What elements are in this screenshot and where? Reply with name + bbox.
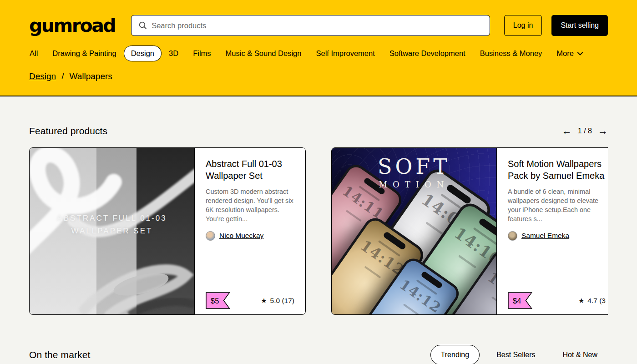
main-content: Featured products ← 1 / 8 → bbox=[0, 126, 637, 364]
featured-carousel: ABSTRACT FULL 01-03 WALLPAPER SET Abstra… bbox=[29, 147, 608, 315]
star-icon: ★ bbox=[261, 297, 267, 304]
market-section-header: On the market Trending Best Sellers Hot … bbox=[29, 345, 608, 364]
breadcrumb: Design / Wallpapers bbox=[29, 71, 608, 96]
nav-item-drawing-painting[interactable]: Drawing & Painting bbox=[45, 46, 123, 61]
product-card-body: Abstract Full 01-03 Wallpaper Set Custom… bbox=[195, 148, 305, 314]
nav-item-all[interactable]: All bbox=[22, 46, 45, 61]
nav-item-self-improvement[interactable]: Self Improvement bbox=[308, 46, 382, 61]
rating-value: 5.0 (17) bbox=[270, 297, 294, 305]
phone-widget-bar bbox=[364, 266, 381, 278]
phone-notch bbox=[478, 217, 497, 238]
product-rating: ★ 5.0 (17) bbox=[261, 297, 294, 305]
site-header: gumroad Log in Start selling All Drawing… bbox=[0, 0, 637, 96]
rating-value: 4.7 (3 bbox=[587, 297, 606, 305]
product-rating: ★ 4.7 (3 bbox=[578, 297, 606, 305]
carousel-next-button[interactable]: → bbox=[598, 126, 608, 136]
price-label: $5 bbox=[211, 297, 219, 305]
breadcrumb-link-design[interactable]: Design bbox=[29, 71, 56, 81]
soft-motion-artwork-title: SOFT MOTION bbox=[332, 155, 496, 189]
product-artwork-abstract: ABSTRACT FULL 01-03 WALLPAPER SET bbox=[30, 148, 195, 314]
product-card-soft-motion[interactable]: SOFT MOTION 14:11 bbox=[331, 147, 608, 315]
more-label: More bbox=[556, 49, 574, 58]
product-card-body: Soft Motion Wallpapers Pack by Samuel Em… bbox=[497, 148, 608, 314]
author-row: Nico Mueckay bbox=[206, 231, 294, 241]
product-card-footer: $4 ★ 4.7 (3 bbox=[508, 292, 606, 309]
start-selling-button[interactable]: Start selling bbox=[551, 15, 608, 36]
carousel-controls: ← 1 / 8 → bbox=[562, 126, 608, 136]
login-button[interactable]: Log in bbox=[504, 15, 542, 36]
author-link[interactable]: Samuel Emeka bbox=[521, 232, 569, 240]
search-input[interactable] bbox=[152, 21, 482, 30]
market-heading: On the market bbox=[29, 349, 90, 360]
artwork-title-line1: SOFT bbox=[332, 155, 496, 178]
artwork-caption: ABSTRACT FULL 01-03 WALLPAPER SET bbox=[30, 212, 194, 237]
artwork-caption-line2: WALLPAPER SET bbox=[30, 224, 194, 237]
star-icon: ★ bbox=[578, 297, 584, 304]
carousel-track: ABSTRACT FULL 01-03 WALLPAPER SET Abstra… bbox=[29, 147, 608, 315]
phone-widget-bar bbox=[425, 222, 444, 235]
chevron-down-icon bbox=[577, 52, 583, 56]
search-bar[interactable] bbox=[131, 15, 490, 36]
nav-item-design[interactable]: Design bbox=[124, 46, 162, 61]
product-artwork-soft-motion: SOFT MOTION 14:11 bbox=[332, 148, 497, 314]
author-link[interactable]: Nico Mueckay bbox=[219, 232, 263, 240]
artwork-caption-line1: ABSTRACT FULL 01-03 bbox=[30, 212, 194, 224]
tab-hot-new[interactable]: Hot & New bbox=[552, 345, 608, 364]
tab-best-sellers[interactable]: Best Sellers bbox=[486, 345, 546, 364]
featured-section-header: Featured products ← 1 / 8 → bbox=[29, 126, 608, 136]
phone-widget-bar bbox=[346, 210, 362, 222]
phone-time: 14:10 bbox=[480, 265, 497, 313]
breadcrumb-current: Wallpapers bbox=[69, 71, 112, 81]
nav-item-3d[interactable]: 3D bbox=[162, 46, 186, 61]
nav-item-films[interactable]: Films bbox=[186, 46, 218, 61]
nav-item-more[interactable]: More bbox=[549, 46, 590, 61]
header-top-row: gumroad Log in Start selling bbox=[29, 15, 608, 36]
market-tabs: Trending Best Sellers Hot & New bbox=[430, 345, 608, 364]
author-avatar bbox=[508, 231, 517, 241]
featured-heading: Featured products bbox=[29, 126, 107, 136]
author-row: Samuel Emeka bbox=[508, 231, 606, 241]
category-nav: All Drawing & Painting Design 3D Films M… bbox=[22, 46, 608, 61]
search-icon bbox=[139, 21, 147, 30]
gumroad-logo[interactable]: gumroad bbox=[29, 16, 115, 35]
artwork-title-line2: MOTION bbox=[332, 180, 496, 189]
product-card-abstract-full[interactable]: ABSTRACT FULL 01-03 WALLPAPER SET Abstra… bbox=[29, 147, 306, 315]
price-label: $4 bbox=[513, 297, 521, 305]
carousel-prev-button[interactable]: ← bbox=[562, 126, 572, 136]
tab-trending[interactable]: Trending bbox=[430, 345, 480, 364]
product-description: A bundle of 6 clean, minimal wallpapers … bbox=[508, 187, 606, 223]
product-card-footer: $5 ★ 5.0 (17) bbox=[206, 292, 294, 309]
phone-widget-bar bbox=[403, 303, 419, 314]
price-tag: $4 bbox=[508, 292, 532, 309]
phone-time: 14:12 bbox=[391, 273, 449, 314]
product-description: Custom 3D modern abstract rendered desig… bbox=[206, 187, 294, 223]
product-title: Soft Motion Wallpapers Pack by Samuel Em… bbox=[508, 158, 606, 182]
product-title: Abstract Full 01-03 Wallpaper Set bbox=[206, 158, 294, 182]
phone-widget-bar bbox=[491, 296, 497, 308]
author-avatar bbox=[206, 231, 215, 241]
carousel-pagination: 1 / 8 bbox=[578, 127, 592, 135]
breadcrumb-separator: / bbox=[61, 71, 64, 81]
phone-widget-bar bbox=[458, 255, 476, 268]
nav-item-software-development[interactable]: Software Development bbox=[382, 46, 473, 61]
nav-item-business-money[interactable]: Business & Money bbox=[473, 46, 550, 61]
price-tag: $5 bbox=[206, 292, 230, 309]
nav-item-music-sound-design[interactable]: Music & Sound Design bbox=[218, 46, 309, 61]
